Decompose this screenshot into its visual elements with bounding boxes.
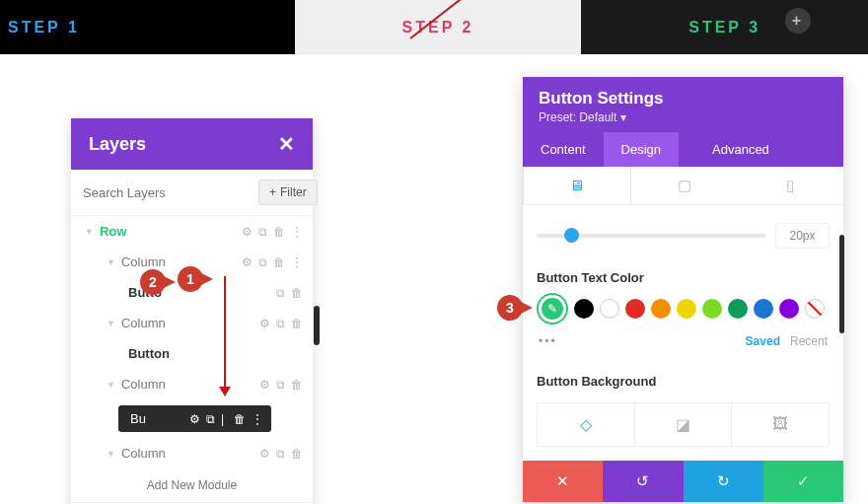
button-item[interactable]: Button — [71, 338, 313, 369]
header-icons: ⛶ ▥ ⋮ — [761, 166, 830, 181]
eyedropper-ring[interactable]: ✎ — [537, 293, 568, 324]
button-item-active[interactable]: Bu ⚙⧉|🗑⋮ — [118, 405, 271, 432]
trash-icon: 🗑 — [291, 447, 303, 461]
eyedropper-icon[interactable]: ✎ — [542, 298, 563, 320]
layers-panel: Layers ✕ + Filter ▼ Row ⚙⧉🗑⋮ ▼ Column ⚙⧉… — [71, 118, 313, 504]
swatch-blue[interactable] — [754, 299, 773, 319]
settings-footer: ✕ ↺ ↻ ✓ — [523, 461, 843, 502]
section-bg: Button Background — [523, 360, 843, 396]
tab-advanced[interactable]: Advanced — [694, 132, 787, 167]
trash-icon: 🗑 — [234, 412, 246, 426]
trash-icon: 🗑 — [291, 286, 303, 300]
copy-icon: ⧉ — [276, 378, 285, 392]
more-icon: ⋮ — [291, 225, 303, 239]
gear-icon: ⚙ — [259, 378, 270, 392]
settings-panel: Button Settings Preset: Default ▾ ⛶ ▥ ⋮ … — [523, 77, 843, 502]
scrollbar[interactable] — [314, 306, 320, 345]
slider-track[interactable] — [537, 234, 765, 238]
gear-icon: ⚙ — [259, 447, 270, 461]
step-1[interactable]: STEP 1 — [0, 0, 295, 54]
swatch-lime[interactable] — [702, 299, 722, 319]
color-swatches: ✎ — [523, 293, 843, 330]
more-icon: ⋮ — [291, 255, 303, 269]
tab-design[interactable]: Design — [604, 132, 679, 167]
add-icon[interactable]: + — [785, 8, 811, 34]
column-item[interactable]: ▼ Column ⚙⧉🗑 — [71, 369, 313, 399]
search-input[interactable] — [83, 185, 249, 200]
tablet-icon[interactable]: ▢ — [631, 167, 738, 204]
copy-icon: ⧉ — [276, 447, 285, 461]
bg-options: ◇ ◪ 🖼 — [537, 402, 830, 447]
bg-gradient-icon[interactable]: ◪ — [635, 403, 733, 446]
trash-icon: 🗑 — [291, 317, 303, 330]
swatch-purple[interactable] — [779, 299, 799, 319]
gear-icon: ⚙ — [259, 317, 270, 330]
filter-button[interactable]: + Filter — [258, 180, 318, 205]
layer-tree: ▼ Row ⚙⧉🗑⋮ ▼ Column ⚙⧉🗑⋮ Butto ⧉🗑 ▼ Colu… — [71, 216, 313, 504]
gear-icon: ⚙ — [242, 255, 253, 269]
undo-button[interactable]: ↺ — [603, 461, 683, 502]
slider-value[interactable]: 20px — [775, 223, 830, 249]
cancel-button[interactable]: ✕ — [523, 461, 603, 502]
row-item[interactable]: ▼ Row ⚙⧉🗑⋮ — [71, 216, 313, 247]
settings-header: Button Settings Preset: Default ▾ — [523, 77, 843, 132]
expand-icon[interactable]: ⛶ — [761, 166, 775, 181]
more-icon: ⋮ — [252, 412, 263, 426]
scrollbar[interactable] — [839, 235, 844, 333]
marker-2: 2 — [140, 269, 166, 295]
swatch-red[interactable] — [625, 299, 645, 319]
caret-icon: ▼ — [107, 257, 115, 267]
layers-search-row: + Filter — [71, 170, 313, 216]
preset-select[interactable]: Preset: Default ▾ — [539, 110, 828, 124]
swatch-white[interactable] — [600, 299, 619, 319]
filter-label: Filter — [280, 185, 307, 199]
copy-icon: ⧉ — [206, 412, 215, 426]
plus-icon: + — [269, 185, 276, 199]
recent-tab[interactable]: Recent — [790, 334, 828, 348]
copy-icon: ⧉ — [276, 286, 285, 300]
copy-icon: ⧉ — [258, 255, 267, 269]
row-actions[interactable]: ⚙⧉🗑 — [259, 317, 303, 330]
saved-tab[interactable]: Saved — [746, 334, 780, 348]
marker-3: 3 — [497, 295, 523, 321]
annotation-line — [224, 276, 226, 395]
column-item[interactable]: ▼ Column ⚙⧉🗑 — [71, 438, 313, 468]
swatch-yellow[interactable] — [677, 299, 696, 319]
row-actions[interactable]: ⚙⧉🗑 — [259, 447, 303, 461]
trash-icon: 🗑 — [273, 255, 285, 269]
caret-icon: ▼ — [107, 319, 115, 328]
swatch-green[interactable] — [728, 299, 748, 319]
add-module[interactable]: Add New Module — [71, 468, 313, 502]
save-button[interactable]: ✓ — [763, 461, 843, 502]
panel-icon[interactable]: ▥ — [789, 166, 802, 181]
row-label: Row — [100, 224, 242, 239]
step-3[interactable]: STEP 3 + — [581, 0, 868, 54]
button-label: Button — [128, 346, 303, 361]
swatch-orange[interactable] — [651, 299, 671, 319]
tab-content[interactable]: Content — [523, 132, 604, 167]
column-label: Column — [121, 377, 259, 392]
more-icon[interactable]: ••• — [539, 334, 557, 348]
row-actions[interactable]: ⧉🗑 — [276, 286, 303, 300]
layers-header: Layers ✕ — [71, 118, 313, 170]
slider-thumb[interactable] — [564, 228, 579, 243]
bg-color-icon[interactable]: ◇ — [538, 403, 635, 446]
layers-title: Layers — [89, 134, 146, 155]
marker-1: 1 — [178, 266, 203, 292]
more-icon[interactable]: ⋮ — [816, 166, 830, 181]
button-label: Bu — [130, 411, 183, 426]
close-icon[interactable]: ✕ — [278, 132, 295, 156]
row-actions[interactable]: ⚙⧉🗑 — [259, 378, 303, 392]
desktop-icon[interactable]: 🖥 — [523, 167, 631, 204]
row-actions[interactable]: ⚙⧉🗑⋮ — [242, 255, 303, 269]
settings-title: Button Settings — [539, 89, 828, 108]
swatch-none[interactable] — [805, 299, 825, 319]
redo-button[interactable]: ↻ — [684, 461, 763, 502]
column-item[interactable]: ▼ Column ⚙⧉🗑 — [71, 308, 313, 338]
column-label: Column — [121, 254, 242, 269]
row-actions[interactable]: ⚙⧉🗑⋮ — [242, 225, 303, 239]
tabs: Content Design Advanced — [523, 132, 843, 167]
bg-image-icon[interactable]: 🖼 — [732, 403, 829, 446]
step-2[interactable]: STEP 2 — [295, 0, 582, 54]
swatch-black[interactable] — [574, 299, 594, 319]
